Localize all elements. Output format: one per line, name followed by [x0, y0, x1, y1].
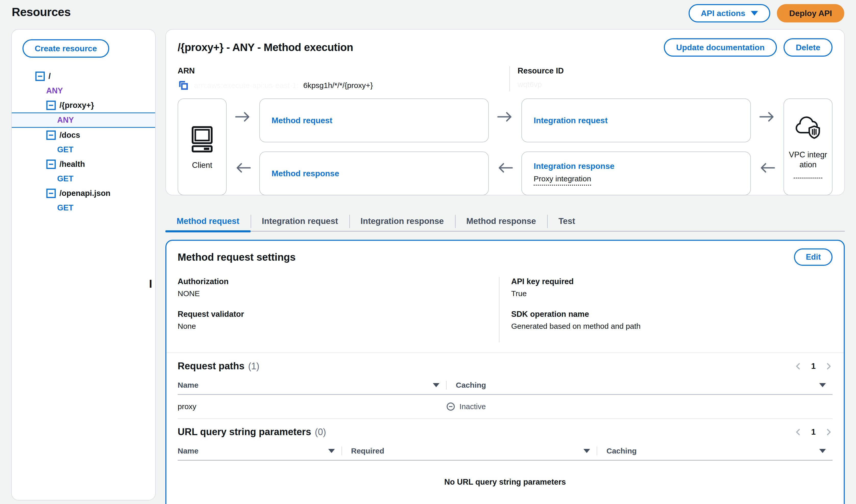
- method-response-link[interactable]: Method response: [272, 169, 488, 178]
- collapse-minus-icon[interactable]: [46, 130, 56, 140]
- collapse-minus-icon[interactable]: [46, 159, 56, 169]
- deploy-api-button[interactable]: Deploy API: [777, 4, 844, 22]
- integration-request-node: Integration request: [521, 98, 751, 142]
- empty-state-title: No URL query string parameters: [178, 478, 833, 487]
- vpc-integration-icon: [793, 115, 823, 143]
- tree-row-proxy[interactable]: /{proxy+}: [12, 98, 155, 112]
- chevron-right-icon[interactable]: [825, 362, 833, 370]
- copy-icon[interactable]: [178, 79, 189, 91]
- resource-tree-panel: Create resource / ANY /{proxy+} ANY /doc…: [11, 29, 156, 500]
- integration-request-link[interactable]: Integration request: [534, 116, 750, 125]
- vpc-dotted-underline: [794, 178, 822, 179]
- edit-label: Edit: [806, 253, 821, 262]
- query-params-header-row: Name Required Caching: [178, 447, 833, 461]
- client-label: Client: [192, 161, 212, 170]
- chevron-left-icon[interactable]: [794, 428, 802, 436]
- query-params-section: URL query string parameters (0) 1 Name R…: [167, 419, 844, 504]
- sort-caret-icon[interactable]: [328, 449, 335, 453]
- create-resource-button[interactable]: Create resource: [22, 39, 109, 58]
- sort-caret-icon[interactable]: [583, 449, 590, 453]
- resource-label: /health: [59, 160, 85, 169]
- collapse-minus-icon[interactable]: [46, 101, 56, 110]
- caret-down-icon: [751, 11, 758, 16]
- tree-row-health[interactable]: /health: [12, 157, 155, 172]
- query-params-empty-state: No URL query string parameters No URL qu…: [178, 478, 833, 504]
- page-number[interactable]: 1: [811, 427, 816, 437]
- tree-row-openapi[interactable]: /openapi.json: [12, 186, 155, 200]
- request-path-row[interactable]: proxy Inactive: [178, 395, 833, 419]
- settings-fields: Authorization NONE Request validator Non…: [167, 277, 844, 342]
- field-value: True: [511, 289, 833, 298]
- resource-label: /{proxy+}: [59, 101, 94, 110]
- integration-column: Integration request Integration response…: [521, 98, 751, 195]
- request-paths-pagination: 1: [794, 361, 833, 371]
- field-label: Authorization: [178, 277, 499, 286]
- method-label: ANY: [57, 115, 74, 125]
- method-label: GET: [57, 145, 73, 154]
- collapse-minus-icon[interactable]: [46, 188, 56, 198]
- column-header: Required: [351, 447, 384, 455]
- left-arrow-icon: [759, 161, 775, 175]
- tree-row-docs-get[interactable]: GET: [12, 142, 155, 157]
- field-label: SDK operation name: [511, 310, 833, 319]
- query-params-title: URL query string parameters: [178, 427, 311, 437]
- resource-id-label: Resource ID: [518, 66, 833, 75]
- client-node: Client: [178, 98, 227, 195]
- header-actions: API actions Deploy API: [688, 4, 844, 22]
- sort-caret-icon[interactable]: [819, 449, 826, 453]
- client-method-arrows: [227, 98, 259, 195]
- resource-label: /openapi.json: [59, 189, 110, 198]
- left-arrow-icon: [497, 161, 513, 175]
- method-request-link[interactable]: Method request: [272, 116, 488, 125]
- column-header: Caching: [456, 381, 486, 390]
- inactive-minus-circle-icon: [446, 402, 455, 411]
- tab-method-response[interactable]: Method response: [455, 211, 547, 231]
- tree-row-proxy-any-selected[interactable]: ANY: [12, 112, 155, 128]
- query-params-pagination: 1: [794, 427, 833, 437]
- resource-id-redacted-value: wqt6vp: [518, 80, 833, 89]
- tree-row-method-any[interactable]: ANY: [12, 84, 155, 98]
- tab-method-request[interactable]: Method request: [165, 211, 251, 231]
- method-execution-title: /{proxy+} - ANY - Method execution: [178, 41, 353, 54]
- tree-row-docs[interactable]: /docs: [12, 128, 155, 142]
- tab-label: Method response: [466, 216, 536, 226]
- create-resource-label: Create resource: [35, 44, 97, 53]
- delete-label: Delete: [796, 43, 820, 52]
- field-label: API key required: [511, 277, 833, 286]
- tab-label: Integration response: [361, 216, 444, 226]
- method-response-node: Method response: [259, 151, 489, 195]
- field-value: None: [178, 322, 499, 330]
- request-paths-section: Request paths (1) 1 Name Caching: [167, 353, 844, 419]
- method-integration-arrows: [489, 98, 521, 195]
- arn-visible-text: 6kpsg1h/*/*/{proxy+}: [303, 81, 373, 90]
- api-actions-button[interactable]: API actions: [688, 4, 770, 22]
- collapse-minus-icon[interactable]: [35, 71, 45, 81]
- arn-redacted-text: arn:aws:execute-api:us-east-1:: [194, 81, 299, 90]
- deploy-api-label: Deploy API: [789, 9, 832, 18]
- sort-caret-icon[interactable]: [819, 383, 826, 387]
- tree-row-openapi-get[interactable]: GET: [12, 200, 155, 215]
- caching-cell: Inactive: [446, 402, 486, 411]
- tab-integration-response[interactable]: Integration response: [349, 211, 455, 231]
- tab-label: Integration request: [262, 216, 338, 226]
- resource-label: /docs: [59, 131, 80, 140]
- sort-caret-icon[interactable]: [433, 383, 439, 387]
- tab-test[interactable]: Test: [547, 211, 586, 231]
- edit-button[interactable]: Edit: [794, 248, 833, 266]
- delete-button[interactable]: Delete: [784, 38, 833, 57]
- chevron-right-icon[interactable]: [825, 428, 833, 436]
- text-cursor-artifact: I: [149, 277, 152, 290]
- arn-label: ARN: [178, 66, 509, 75]
- page-number[interactable]: 1: [811, 361, 816, 371]
- column-header: Name: [178, 381, 198, 390]
- left-arrow-icon: [235, 161, 251, 175]
- request-paths-count: (1): [248, 361, 259, 371]
- tree-row-health-get[interactable]: GET: [12, 172, 155, 186]
- tree-row-root[interactable]: /: [12, 69, 155, 84]
- tab-integration-request[interactable]: Integration request: [251, 211, 349, 231]
- chevron-left-icon[interactable]: [794, 362, 802, 370]
- integration-response-link[interactable]: Integration response: [534, 161, 750, 171]
- resource-tree: / ANY /{proxy+} ANY /docs GET /health: [12, 69, 155, 215]
- path-name-cell: proxy: [178, 402, 446, 411]
- update-documentation-button[interactable]: Update documentation: [664, 38, 777, 57]
